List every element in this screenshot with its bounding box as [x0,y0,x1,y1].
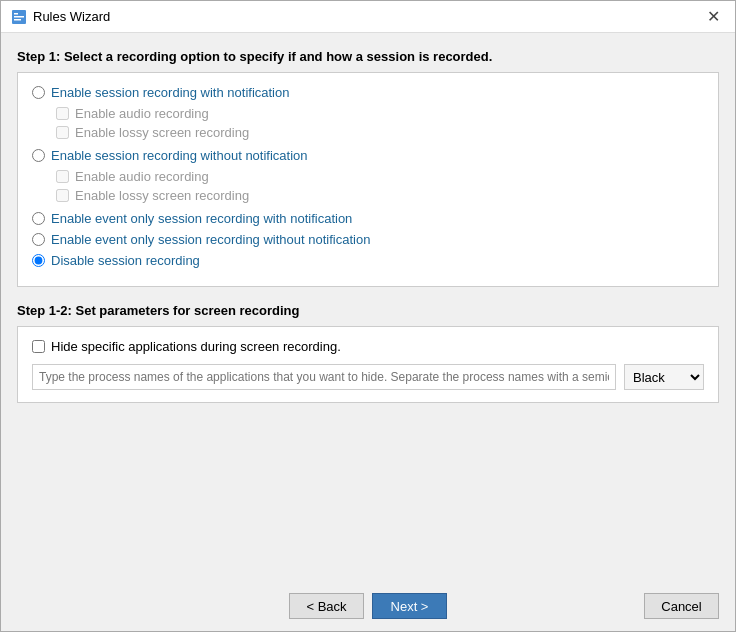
radio-label-2[interactable]: Enable session recording without notific… [51,148,308,163]
checkbox-label-audio-2: Enable audio recording [75,169,209,184]
title-bar: Rules Wizard ✕ [1,1,735,33]
close-button[interactable]: ✕ [701,5,725,29]
checkbox-label-lossy-1: Enable lossy screen recording [75,125,249,140]
svg-rect-1 [14,13,18,15]
checkbox-audio-1[interactable] [56,107,69,120]
hide-apps-label[interactable]: Hide specific applications during screen… [51,339,341,354]
step1-box: Enable session recording with notificati… [17,72,719,287]
app-icon [11,9,27,25]
suboptions-2: Enable audio recording Enable lossy scre… [56,169,704,203]
suboptions-1: Enable audio recording Enable lossy scre… [56,106,704,140]
checkbox-lossy-2[interactable] [56,189,69,202]
process-names-input[interactable] [32,364,616,390]
process-row: Black White Red Green Blue [32,364,704,390]
footer-center: < Back Next > [289,593,447,619]
radio-option-4: Enable event only session recording with… [32,232,704,247]
radio-option-3: Enable event only session recording with… [32,211,704,226]
radio-label-5[interactable]: Disable session recording [51,253,200,268]
footer: < Back Next > Cancel [1,581,735,631]
cancel-button[interactable]: Cancel [644,593,719,619]
rules-wizard-window: Rules Wizard ✕ Step 1: Select a recordin… [0,0,736,632]
checkbox-label-audio-1: Enable audio recording [75,106,209,121]
back-button[interactable]: < Back [289,593,364,619]
radio-option-1: Enable session recording with notificati… [32,85,704,100]
radio-option-2: Enable session recording without notific… [32,148,704,163]
svg-rect-2 [14,16,24,18]
radio-input-5[interactable] [32,254,45,267]
radio-input-3[interactable] [32,212,45,225]
checkbox-label-lossy-2: Enable lossy screen recording [75,188,249,203]
radio-input-1[interactable] [32,86,45,99]
title-bar-left: Rules Wizard [11,9,110,25]
hide-apps-row: Hide specific applications during screen… [32,339,704,354]
checkbox-item-1a: Enable audio recording [56,106,704,121]
content-area: Step 1: Select a recording option to spe… [1,33,735,581]
radio-label-3[interactable]: Enable event only session recording with… [51,211,352,226]
step1-title: Step 1: Select a recording option to spe… [17,49,719,64]
step2-box: Hide specific applications during screen… [17,326,719,403]
radio-input-2[interactable] [32,149,45,162]
svg-rect-3 [14,19,21,21]
radio-input-4[interactable] [32,233,45,246]
checkbox-item-2a: Enable audio recording [56,169,704,184]
radio-option-5: Disable session recording [32,253,704,268]
hide-apps-checkbox[interactable] [32,340,45,353]
checkbox-item-1b: Enable lossy screen recording [56,125,704,140]
checkbox-item-2b: Enable lossy screen recording [56,188,704,203]
window-title: Rules Wizard [33,9,110,24]
checkbox-audio-2[interactable] [56,170,69,183]
color-select[interactable]: Black White Red Green Blue [624,364,704,390]
checkbox-lossy-1[interactable] [56,126,69,139]
radio-label-4[interactable]: Enable event only session recording with… [51,232,370,247]
step2-title: Step 1-2: Set parameters for screen reco… [17,303,719,318]
radio-label-1[interactable]: Enable session recording with notificati… [51,85,289,100]
next-button[interactable]: Next > [372,593,447,619]
